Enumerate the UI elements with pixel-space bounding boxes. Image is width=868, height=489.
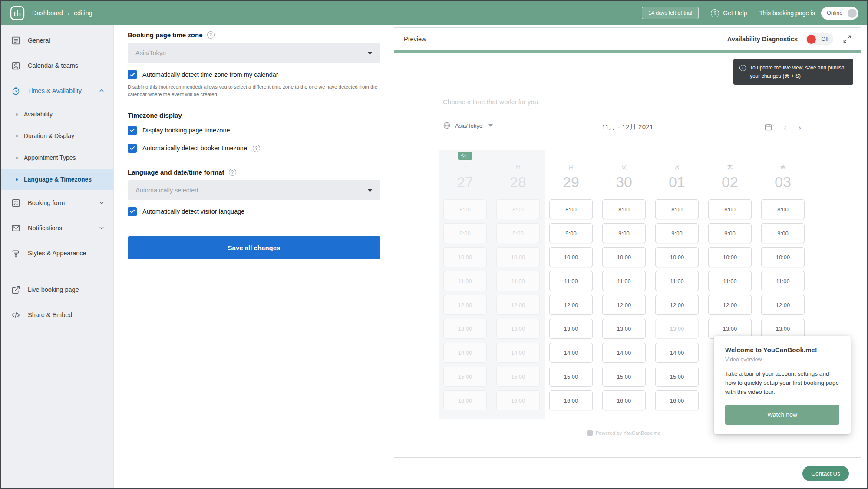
time-slot: 8:00 (443, 199, 487, 219)
breadcrumb-dashboard[interactable]: Dashboard (32, 10, 63, 17)
time-slot[interactable]: 13:00 (655, 319, 699, 339)
online-toggle[interactable]: Online (821, 7, 858, 20)
time-slot[interactable]: 9:00 (761, 223, 805, 243)
checkbox-checked-icon (128, 70, 137, 79)
time-slot[interactable]: 11:00 (655, 271, 699, 291)
time-slot[interactable]: 12:00 (602, 295, 646, 315)
sidebar-item-general[interactable]: General (1, 28, 113, 53)
time-slot[interactable]: 10:00 (549, 247, 593, 267)
time-slot[interactable]: 10:00 (602, 247, 646, 267)
time-slot[interactable]: 8:00 (602, 199, 646, 219)
timezone-select-value: Asia/Tokyo (135, 50, 166, 56)
timezone-select[interactable]: Asia/Tokyo (128, 43, 380, 63)
help-icon[interactable]: ? (207, 31, 215, 39)
time-slot[interactable]: 10:00 (761, 247, 805, 267)
info-icon: i (739, 65, 746, 71)
sidebar-subitem-label: Duration & Display (24, 132, 74, 139)
clock-icon (11, 86, 20, 96)
time-slot[interactable]: 9:00 (655, 223, 699, 243)
app-logo-icon[interactable] (10, 5, 25, 21)
sidebar-subitem-label: Language & Timezones (24, 176, 92, 183)
availability-diagnostics-toggle[interactable]: Off (805, 33, 833, 45)
slot-list: 8:009:0010:0011:0012:0013:0014:0015:0016… (496, 199, 540, 410)
checkbox-checked-icon (128, 207, 137, 216)
time-slot[interactable]: 9:00 (602, 223, 646, 243)
contact-us-button[interactable]: Contact Us (802, 466, 849, 481)
sidebar-item-share-embed[interactable]: Share & Embed (1, 302, 113, 327)
sidebar-subitem-language-timezones[interactable]: Language & Timezones (1, 169, 113, 190)
sidebar-item-times-availability[interactable]: Times & Availability (1, 78, 113, 103)
time-slot[interactable]: 14:00 (602, 343, 646, 363)
language-section-title: Language and date/time format (128, 169, 224, 176)
display-booking-timezone-checkbox[interactable]: Display booking page timezone (128, 126, 380, 135)
next-week-button[interactable]: › (798, 122, 801, 132)
sidebar-item-styles-appearance[interactable]: Styles & Appearance (1, 241, 113, 266)
time-slot[interactable]: 11:00 (549, 271, 593, 291)
time-slot[interactable]: 12:00 (761, 295, 805, 315)
time-slot[interactable]: 10:00 (655, 247, 699, 267)
month-range-label: 11月 - 12月 2021 (602, 123, 653, 131)
time-slot[interactable]: 14:00 (655, 343, 699, 363)
save-all-changes-button[interactable]: Save all changes (128, 236, 380, 259)
time-slot[interactable]: 16:00 (655, 390, 699, 410)
auto-detect-timezone-checkbox[interactable]: Automatically detect time zone from my c… (128, 70, 380, 79)
sidebar-item-label: Times & Availability (28, 87, 91, 94)
paint-icon (11, 249, 20, 258)
time-slot[interactable]: 15:00 (655, 367, 699, 387)
sidebar-divider (1, 266, 113, 277)
time-slot[interactable]: 16:00 (549, 390, 593, 410)
person-card-icon (11, 61, 20, 70)
time-slot[interactable]: 9:00 (549, 223, 593, 243)
time-slot: 12:00 (443, 295, 487, 315)
time-slot[interactable]: 8:00 (655, 199, 699, 219)
time-slot[interactable]: 12:00 (655, 295, 699, 315)
day-number-label: 02 (708, 174, 752, 191)
help-icon[interactable]: ? (229, 169, 236, 176)
previous-week-button[interactable]: ‹ (784, 122, 787, 132)
time-slot[interactable]: 11:00 (708, 271, 752, 291)
language-select[interactable]: Automatically selected (128, 180, 380, 200)
time-slot[interactable]: 8:00 (549, 199, 593, 219)
time-slot[interactable]: 8:00 (708, 199, 752, 219)
breadcrumb-editing: editing (74, 10, 92, 17)
time-slot[interactable]: 16:00 (602, 390, 646, 410)
time-slot: 10:00 (496, 247, 540, 267)
slot-list: 8:009:0010:0011:0012:0013:0014:0015:0016… (602, 199, 646, 410)
time-slot[interactable]: 13:00 (602, 319, 646, 339)
day-number-label: 27 (443, 174, 487, 191)
youcanbookme-mini-logo-icon (587, 430, 593, 436)
time-slot: 15:00 (496, 367, 540, 387)
sidebar-subitem-duration-display[interactable]: Duration & Display (1, 125, 113, 147)
checkbox-label: Automatically detect visitor language (142, 208, 244, 215)
time-slot[interactable]: 11:00 (761, 271, 805, 291)
sidebar-subitem-availability[interactable]: Availability (1, 103, 113, 125)
auto-detect-booker-timezone-checkbox[interactable]: Automatically detect booker timezone ? (128, 144, 380, 153)
sidebar-item-notifications[interactable]: Notifications (1, 215, 113, 241)
get-help-button[interactable]: ? Get Help (711, 9, 747, 17)
time-slot[interactable]: 9:00 (708, 223, 752, 243)
day-number-label: 30 (602, 174, 646, 191)
sidebar-item-calendar-teams[interactable]: Calendar & teams (1, 53, 113, 78)
preview-timezone-select[interactable]: Asia/Tokyo (443, 122, 493, 129)
time-slot[interactable]: 12:00 (549, 295, 593, 315)
time-slot[interactable]: 15:00 (602, 367, 646, 387)
sidebar-item-live-booking-page[interactable]: Live booking page (1, 277, 113, 302)
time-slot[interactable]: 8:00 (761, 199, 805, 219)
sidebar-item-booking-form[interactable]: Booking form (1, 190, 113, 215)
help-icon[interactable]: ? (253, 145, 260, 152)
auto-detect-visitor-language-checkbox[interactable]: Automatically detect visitor language (128, 207, 380, 216)
preview-header: Preview Availability Diagnostics Off (394, 28, 861, 50)
day-number-label: 03 (761, 174, 805, 191)
day-of-week-label: 木 (708, 163, 752, 171)
sidebar-subitem-appointment-types[interactable]: Appointment Types (1, 147, 113, 169)
time-slot[interactable]: 15:00 (549, 367, 593, 387)
save-publish-tooltip: i To update the live view, save and publ… (733, 59, 853, 85)
expand-preview-button[interactable] (843, 35, 851, 43)
watch-now-button[interactable]: Watch now (725, 405, 839, 425)
expand-icon (843, 35, 851, 43)
time-slot[interactable]: 14:00 (549, 343, 593, 363)
time-slot[interactable]: 13:00 (549, 319, 593, 339)
time-slot[interactable]: 12:00 (708, 295, 752, 315)
time-slot[interactable]: 10:00 (708, 247, 752, 267)
time-slot[interactable]: 11:00 (602, 271, 646, 291)
